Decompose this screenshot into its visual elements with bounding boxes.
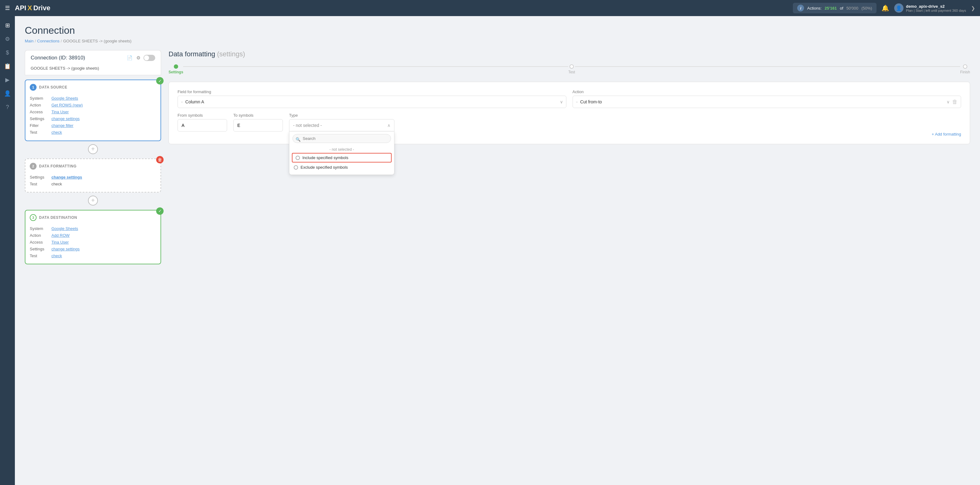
to-group: To symbols: [233, 113, 283, 132]
step3-row-system: System Google Sheets: [30, 225, 156, 232]
step1-row-access: Access Tina User: [30, 109, 156, 116]
step1-row-filter: Filter change filter: [30, 122, 156, 129]
field-select-radio: ○: [181, 100, 183, 104]
right-panel: Data formatting (settings) Settings Test…: [169, 50, 970, 264]
progress-step-settings: Settings: [169, 64, 183, 74]
settings-icon[interactable]: ⚙: [136, 55, 140, 61]
step1-action-value[interactable]: Get ROWS (new): [51, 102, 83, 109]
step1-check-badge: ✓: [156, 77, 164, 84]
field-select-chevron: ∨: [560, 99, 563, 104]
sidebar-item-billing[interactable]: $: [1, 46, 14, 59]
type-dropdown-trigger[interactable]: - not selected - ∧: [289, 119, 395, 132]
sidebar-item-help[interactable]: ?: [1, 101, 14, 113]
sidebar-item-profile[interactable]: 👤: [1, 87, 14, 100]
user-menu-chevron[interactable]: ❯: [971, 5, 975, 11]
step1-test-value[interactable]: check: [51, 129, 62, 136]
type-trigger-text: - not selected -: [293, 123, 385, 128]
actions-count: 25'161: [825, 6, 837, 11]
sidebar-item-tasks[interactable]: 📋: [1, 60, 14, 73]
type-dropdown-wrapper: - not selected - ∧ 🔍 - not selected -: [289, 119, 395, 132]
to-label: To symbols: [233, 113, 283, 117]
form-row-2: From symbols To symbols Type - not selec…: [178, 113, 961, 132]
test-step-label: Test: [568, 70, 575, 74]
copy-icon[interactable]: 📄: [127, 55, 133, 61]
action-delete-icon[interactable]: 🗑: [952, 99, 958, 105]
step3-header: 3 DATA DESTINATION: [25, 211, 161, 224]
type-group: Type - not selected - ∧ 🔍: [289, 113, 395, 132]
breadcrumb-connections[interactable]: Connections: [37, 39, 59, 43]
step3-rows: System Google Sheets Action Add ROW Acce…: [25, 224, 161, 264]
step1-row-action: Action Get ROWS (new): [30, 102, 156, 109]
action-select-radio: ○: [576, 100, 578, 104]
sidebar-item-runs[interactable]: ▶: [1, 74, 14, 86]
step3-row-access: Access Tina User: [30, 239, 156, 246]
avatar: 👤: [894, 3, 904, 13]
step1-system-value[interactable]: Google Sheets: [51, 95, 78, 102]
step2-badge: 2: [30, 163, 37, 170]
step3-action-value[interactable]: Add ROW: [51, 232, 70, 239]
action-select-chevron: ∨: [947, 99, 950, 104]
step1-filter-value[interactable]: change filter: [51, 122, 73, 129]
right-panel-title: Data formatting (settings): [169, 50, 970, 58]
action-select-value: Cut from-to: [580, 99, 947, 104]
add-formatting-button[interactable]: + Add formatting: [932, 132, 961, 136]
sidebar-item-connections[interactable]: ⚙: [1, 33, 14, 45]
from-label: From symbols: [178, 113, 227, 117]
step1-access-value[interactable]: Tina User: [51, 109, 69, 116]
add-step-btn-1[interactable]: +: [88, 144, 98, 154]
step3-check-badge: ✓: [156, 208, 164, 215]
step3-card: ✓ 3 DATA DESTINATION System Google Sheet…: [25, 210, 161, 264]
test-dot: [570, 64, 574, 69]
add-step-btn-2[interactable]: +: [88, 196, 98, 206]
step3-row-action: Action Add ROW: [30, 232, 156, 239]
breadcrumb-current: GOOGLE SHEETS -> (google sheets): [63, 39, 132, 43]
step1-settings-value[interactable]: change settings: [51, 116, 80, 122]
actions-of: of: [840, 6, 843, 11]
field-group: Field for formatting ○ Column A ∨: [178, 89, 566, 108]
dropdown-search-icon: 🔍: [296, 137, 301, 142]
step2-row-test: Test check: [30, 181, 156, 187]
settings-step-label: Settings: [169, 70, 183, 74]
progress-step-test: Test: [568, 64, 575, 74]
action-select[interactable]: ○ Cut from-to ∨ 🗑: [573, 96, 961, 108]
bell-icon[interactable]: 🔔: [881, 4, 889, 12]
type-label: Type: [289, 113, 395, 117]
from-input[interactable]: [178, 119, 227, 132]
to-input[interactable]: [233, 119, 283, 132]
page-title: Connection: [25, 25, 970, 36]
sidebar-item-home[interactable]: ⊞: [1, 19, 14, 32]
step3-settings-value[interactable]: change settings: [51, 246, 80, 252]
breadcrumb-main[interactable]: Main: [25, 39, 33, 43]
dropdown-option-exclude[interactable]: Exclude specified symbols: [290, 163, 394, 172]
logo: APIXDrive: [15, 4, 50, 12]
step2-settings-value[interactable]: change settings: [51, 174, 82, 181]
user-menu[interactable]: 👤 demo_apix-drive_s2 Plan | Start | left…: [894, 3, 975, 13]
hamburger-icon[interactable]: ☰: [5, 5, 10, 11]
action-label: Action: [573, 89, 961, 94]
progress-line-1: [183, 66, 568, 67]
progress-step-finish: Finish: [960, 64, 970, 74]
field-select[interactable]: ○ Column A ∨: [178, 96, 566, 108]
logo-api: API: [15, 4, 26, 12]
connection-subtitle: GOOGLE SHEETS -> (google sheets): [25, 64, 161, 75]
connection-header: Connection (ID: 38910) 📄 ⚙: [25, 50, 161, 64]
action-group: Action ○ Cut from-to ∨ 🗑: [573, 89, 961, 108]
step2-header: 2 DATA FORMATTING: [25, 159, 161, 173]
step1-row-test: Test check: [30, 129, 156, 136]
step2-card: 🗑 2 DATA FORMATTING Settings change sett…: [25, 158, 161, 192]
type-dropdown-menu: 🔍 - not selected - Include specified sym…: [289, 132, 395, 175]
step3-row-test: Test check: [30, 252, 156, 259]
enable-toggle[interactable]: [143, 55, 155, 61]
step3-test-value[interactable]: check: [51, 252, 62, 259]
step3-label: DATA DESTINATION: [39, 216, 77, 220]
dropdown-option-include[interactable]: Include specified symbols: [292, 153, 391, 163]
settings-dot: [174, 64, 178, 69]
step3-system-value[interactable]: Google Sheets: [51, 225, 78, 232]
step3-access-value[interactable]: Tina User: [51, 239, 69, 246]
actions-total: 50'000: [846, 6, 859, 11]
dropdown-search-input[interactable]: [293, 134, 391, 143]
field-select-value: Column A: [185, 99, 560, 104]
step2-delete-badge[interactable]: 🗑: [156, 156, 164, 163]
breadcrumb-sep2: /: [61, 39, 62, 43]
logo-x: X: [27, 4, 32, 12]
